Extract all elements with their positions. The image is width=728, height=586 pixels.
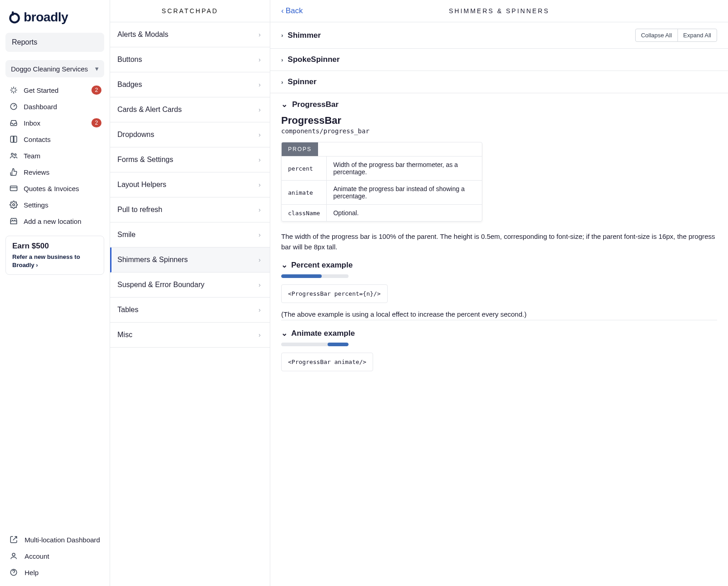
chevron-right-icon: › [281, 56, 283, 63]
chevron-right-icon: › [258, 156, 261, 163]
category-item[interactable]: Layout Helpers› [110, 172, 270, 197]
org-selector[interactable]: Doggo Cleaning Services ▾ [5, 60, 104, 77]
nav-team[interactable]: Team [5, 147, 104, 164]
chevron-right-icon: › [281, 79, 283, 86]
chevron-right-icon: › [258, 306, 261, 313]
nav-inbox[interactable]: Inbox 2 [5, 115, 104, 131]
user-icon [9, 552, 18, 560]
section-toggle[interactable]: › SpokeSpinner [281, 55, 340, 64]
body-text: The width of the progress bar is 100% of… [281, 232, 717, 252]
category-item[interactable]: Shimmers & Spinners› [110, 248, 270, 273]
book-icon [9, 135, 18, 143]
category-label: Shimmers & Spinners [117, 256, 188, 264]
chevron-down-icon: ⌄ [281, 260, 288, 270]
earn-promo[interactable]: Earn $500 Refer a new business to Broadl… [5, 236, 104, 275]
org-name: Doggo Cleaning Services [11, 65, 88, 73]
section-toggle[interactable]: › Spinner [281, 77, 317, 86]
nav-label: Get Started [24, 86, 59, 94]
earn-link[interactable]: Refer a new business to Broadly › [12, 253, 80, 268]
reports-link[interactable]: Reports [5, 33, 104, 52]
svg-point-6 [13, 204, 15, 206]
nav-contacts[interactable]: Contacts [5, 131, 104, 147]
bottom-account[interactable]: Account [5, 548, 104, 564]
prop-name: className [282, 205, 327, 222]
table-row: animate Animate the progress bar instead… [282, 181, 482, 205]
props-box: PROPS percent Width of the progress bar … [281, 142, 482, 222]
nav-dashboard[interactable]: Dashboard [5, 98, 104, 115]
prop-desc: Animate the progress bar instead of show… [327, 181, 482, 205]
bottom-help[interactable]: Help [5, 564, 104, 581]
section-shimmer: › Shimmer Collapse All Expand All [270, 22, 728, 49]
sub-label: Percent example [291, 261, 353, 270]
nav-badge: 2 [91, 118, 101, 127]
code-percent: <ProgressBar percent={n}/> [281, 284, 388, 303]
chevron-right-icon: › [258, 181, 261, 188]
people-icon [9, 152, 18, 160]
prop-name: percent [282, 157, 327, 181]
category-item[interactable]: Dropdowns› [110, 122, 270, 147]
subsection-animate[interactable]: ⌄ Animate example [281, 328, 717, 338]
category-item[interactable]: Pull to refresh› [110, 197, 270, 222]
svg-point-4 [15, 154, 16, 156]
category-label: Dropdowns [117, 131, 154, 139]
detail-column: ‹ Back SHIMMERS & SPINNERS › Shimmer Col… [270, 0, 728, 586]
chevron-right-icon: › [258, 81, 261, 88]
nav-add-location[interactable]: Add a new location [5, 213, 104, 229]
sparkle-icon [9, 86, 18, 94]
category-item[interactable]: Smile› [110, 222, 270, 248]
prop-desc: Width of the progress bar thermometer, a… [327, 157, 482, 181]
chevron-right-icon: › [281, 32, 283, 39]
svg-rect-1 [12, 11, 14, 16]
nav-reviews[interactable]: Reviews [5, 164, 104, 180]
section-toggle[interactable]: › Shimmer [281, 31, 321, 40]
progress-bar-animate [281, 343, 349, 346]
external-link-icon [9, 535, 18, 544]
category-label: Tables [117, 306, 138, 314]
progress-bar-percent [281, 274, 349, 278]
category-item[interactable]: Cards & Alert Cards› [110, 97, 270, 122]
category-label: Smile [117, 231, 136, 239]
category-label: Badges [117, 81, 142, 89]
nav-get-started[interactable]: Get Started 2 [5, 82, 104, 98]
section-toggle[interactable]: ⌄ ProgressBar [281, 100, 717, 109]
category-item[interactable]: Misc› [110, 323, 270, 348]
card-icon [9, 184, 18, 192]
expand-all-button[interactable]: Expand All [677, 29, 717, 42]
component-path: components/progress_bar [281, 127, 717, 135]
subsection-percent[interactable]: ⌄ Percent example [281, 260, 717, 270]
expand-collapse-group: Collapse All Expand All [635, 29, 717, 42]
nav-settings[interactable]: Settings [5, 197, 104, 213]
category-item[interactable]: Alerts & Modals› [110, 22, 270, 47]
detail-title: SHIMMERS & SPINNERS [449, 7, 549, 15]
section-spokespinner: › SpokeSpinner [270, 49, 728, 71]
nav-quotes[interactable]: Quotes & Invoices [5, 180, 104, 197]
category-item[interactable]: Tables› [110, 298, 270, 323]
chevron-right-icon: › [258, 131, 261, 138]
svg-rect-5 [10, 186, 17, 191]
nav-label: Help [25, 569, 39, 576]
section-label: SpokeSpinner [288, 55, 339, 64]
chevron-right-icon: › [258, 206, 261, 213]
category-item[interactable]: Forms & Settings› [110, 147, 270, 172]
category-item[interactable]: Buttons› [110, 47, 270, 72]
category-label: Cards & Alert Cards [117, 106, 182, 114]
nav-label: Add a new location [24, 217, 81, 225]
bottom-multilocation[interactable]: Multi-location Dashboard [5, 531, 104, 548]
logo[interactable]: broadly [5, 8, 104, 33]
gauge-icon [9, 102, 18, 111]
help-icon [9, 568, 18, 576]
category-label: Alerts & Modals [117, 30, 168, 39]
store-icon [9, 217, 18, 225]
prop-desc: Optional. [327, 205, 482, 222]
percent-note: (The above example is using a local effe… [281, 310, 717, 318]
svg-point-7 [12, 553, 15, 556]
category-item[interactable]: Suspend & Error Boundary› [110, 273, 270, 298]
category-item[interactable]: Badges› [110, 72, 270, 97]
chevron-right-icon: › [258, 331, 261, 338]
nav-label: Team [24, 152, 40, 160]
props-label: PROPS [282, 142, 318, 156]
reports-label: Reports [12, 38, 37, 46]
collapse-all-button[interactable]: Collapse All [635, 29, 678, 42]
back-button[interactable]: ‹ Back [281, 6, 303, 15]
section-label: Shimmer [288, 31, 321, 40]
